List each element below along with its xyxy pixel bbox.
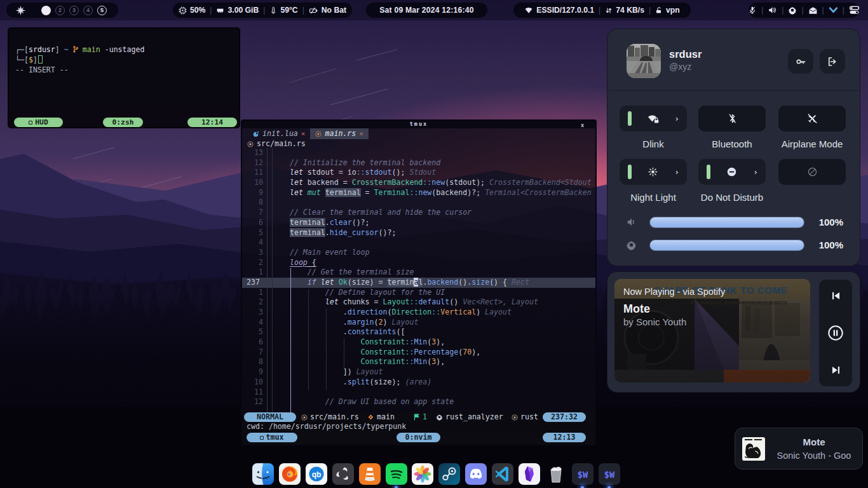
tmux-session-pill[interactable]: tmux	[247, 433, 297, 442]
divider	[607, 90, 860, 91]
statusline-filetype: rust	[512, 412, 538, 423]
indent-guide-active	[290, 268, 291, 412]
toggle-bluetooth[interactable]	[698, 105, 766, 132]
code-line: 9 let mut terminal = Terminal::new(backe…	[242, 188, 595, 198]
user-avatar[interactable]	[627, 44, 661, 78]
pause-button[interactable]	[827, 325, 844, 341]
desktop: 2345 50% | 3.0	[0, 0, 868, 488]
media-controls	[819, 280, 852, 386]
editor-tab-init.lua[interactable]: init.lua×	[248, 128, 310, 139]
dock-steam[interactable]	[438, 463, 460, 485]
battery-missing-icon	[309, 6, 318, 15]
password-key-button[interactable]	[788, 49, 813, 74]
top-bar: 2345 50% | 3.0	[0, 0, 868, 20]
editor-window[interactable]: tmux x init.lua×main.rs× src/main.rs 131…	[241, 119, 597, 446]
dock-spotify[interactable]	[386, 463, 407, 485]
terminal-window[interactable]: ┌─[srdusr] ~ main -unstaged └─[$] -- INS…	[8, 27, 240, 128]
cpu-icon	[179, 6, 187, 15]
workspace-5[interactable]: 5	[97, 6, 107, 15]
user-name: srdusr	[669, 48, 702, 60]
logout-button[interactable]	[820, 49, 845, 74]
code-line: 3 .direction(Direction::Vertical) Layout	[242, 308, 595, 318]
code-line: 1 // Define layout for the UI	[242, 288, 595, 298]
vpn-stat[interactable]: vpn	[655, 6, 680, 15]
editor-cwd-line: cwd: /home/srdusr/projects/typerpunk	[242, 422, 595, 431]
statusline-file: src/main.rs	[301, 412, 359, 423]
network-speed: 74 KB/s	[616, 6, 644, 15]
svg-text:qb: qb	[311, 470, 321, 479]
workspace-1[interactable]	[41, 6, 51, 15]
volume-slider[interactable]	[649, 217, 804, 228]
dock-obsidian[interactable]	[519, 463, 540, 485]
toggle-label: Airplane Mode	[768, 139, 857, 149]
rust-icon	[315, 131, 322, 137]
toggle-do-not-disturb[interactable]: ›	[698, 159, 766, 185]
toggle-label: Night Light	[609, 192, 698, 203]
tmux-session-pill[interactable]: HUD	[14, 118, 63, 127]
toggle-blocked[interactable]	[778, 159, 846, 185]
brightness-slider-row: 100%	[607, 240, 861, 251]
dock-wallet-w[interactable]: $W$W	[599, 463, 620, 485]
launcher-star-icon[interactable]	[15, 5, 26, 16]
thermometer-icon	[269, 6, 277, 15]
code-line: 10 let backend = CrosstermBackend::new(s…	[242, 178, 595, 188]
dock-trash[interactable]	[545, 463, 567, 485]
wifi-stat[interactable]: ESSID/127.0.0.1	[524, 6, 594, 15]
code-line: 7 Constraint::Percentage(70),	[242, 348, 595, 358]
brightness-value: 100%	[819, 240, 843, 251]
album-art[interactable]: SHAPE OF PUNK TO COME A CHIMERICAL BOMBI…	[614, 279, 810, 383]
mail-icon[interactable]	[808, 6, 818, 15]
tab-close-icon[interactable]: ×	[301, 129, 306, 139]
tmux-window-pill[interactable]: 0:zsh	[103, 118, 143, 127]
dock-quickbooks[interactable]: qb	[306, 463, 327, 485]
microphone-muted-icon[interactable]	[748, 6, 757, 15]
dock-obs[interactable]	[332, 463, 354, 485]
git-diamond-icon	[367, 414, 374, 421]
vim-mode-pill: NORMAL	[244, 412, 296, 422]
speaker-icon[interactable]	[768, 6, 777, 15]
wifi-ssid: ESSID/127.0.0.1	[536, 6, 594, 15]
previous-track-button[interactable]	[830, 290, 842, 302]
toggle-night-light[interactable]: ›	[620, 159, 687, 185]
chevron-right-icon[interactable]: ›	[674, 114, 679, 123]
editor-tab-main.rs[interactable]: main.rs×	[310, 128, 369, 139]
tmux-window-pill[interactable]: 0:nvim	[397, 433, 440, 442]
dock-photos[interactable]	[412, 463, 433, 485]
code-line: 2 loop {	[242, 258, 595, 268]
chevron-right-icon[interactable]: ›	[753, 167, 758, 177]
toggles-icon[interactable]	[849, 6, 860, 15]
dock: qb$W$W$W$W	[0, 463, 868, 488]
brightness-slider[interactable]	[649, 240, 804, 251]
clock-pill[interactable]: Sat 09 Mar 2024 12:16:40	[366, 3, 487, 18]
workspace-2[interactable]: 2	[55, 6, 65, 15]
dock-firefox[interactable]	[279, 463, 301, 485]
code-area[interactable]: 1312 // Initialize the terminal backend1…	[242, 148, 595, 412]
code-line: 5 .constraints([	[242, 327, 595, 337]
notification-body: Sonic Youth - Goo	[767, 451, 861, 461]
chevron-down-icon[interactable]	[829, 7, 838, 14]
workspace-3[interactable]: 3	[69, 6, 79, 15]
dock-vlc[interactable]	[359, 463, 381, 485]
next-track-button[interactable]	[830, 364, 842, 376]
volume-value: 100%	[819, 217, 843, 228]
control-center-panel: srdusr @xyz ›DlinkBluetoothAirplane Mode…	[607, 29, 860, 266]
editor-close-button[interactable]: x	[581, 121, 584, 131]
dock-finder[interactable]	[252, 463, 274, 485]
bluetooth-off-icon	[698, 113, 766, 124]
editor-title-bar: tmux	[242, 121, 595, 128]
toggle-dlink[interactable]: ›	[620, 105, 687, 132]
settings-gear-icon[interactable]	[788, 6, 797, 15]
night-light-icon	[632, 166, 674, 177]
dock-wallet-w[interactable]: $W$W	[572, 463, 593, 485]
toggle-airplane-mode[interactable]	[778, 105, 846, 132]
chevron-right-icon[interactable]: ›	[674, 167, 679, 177]
workspace-4[interactable]: 4	[83, 6, 93, 15]
indent-guide-12	[326, 308, 327, 390]
dock-discord[interactable]	[465, 463, 487, 485]
code-line: 12 // Draw UI based on app state	[242, 397, 595, 407]
tab-close-icon[interactable]: ×	[359, 129, 363, 139]
gutter-separator	[267, 148, 268, 412]
media-player-card: SHAPE OF PUNK TO COME A CHIMERICAL BOMBI…	[607, 271, 860, 393]
dock-vscode[interactable]	[492, 463, 513, 485]
code-line: 13	[242, 148, 595, 158]
